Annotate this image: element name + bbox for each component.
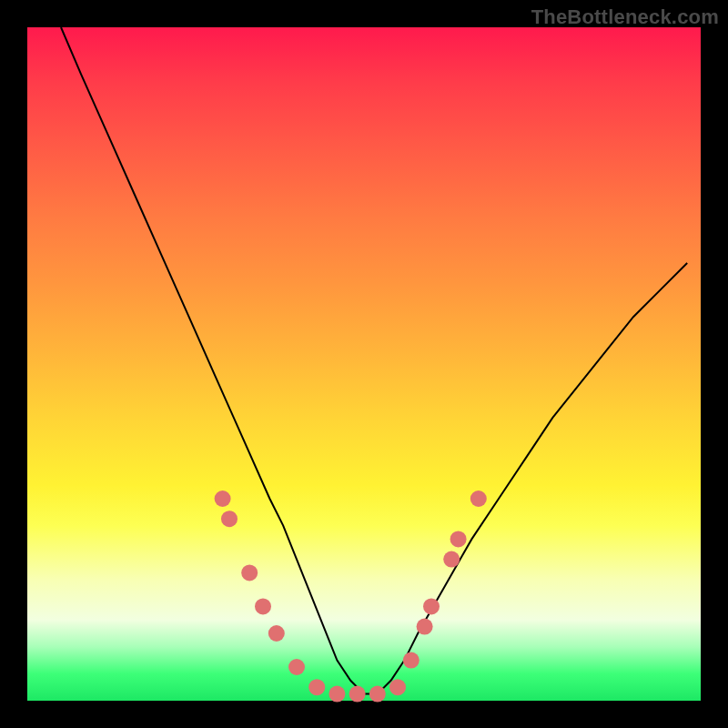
data-marker xyxy=(417,619,433,635)
data-marker xyxy=(308,679,325,695)
data-marker xyxy=(389,679,406,695)
data-marker xyxy=(221,511,238,527)
chart-frame: TheBottleneck.com xyxy=(0,0,728,728)
data-marker xyxy=(329,686,345,703)
data-marker xyxy=(443,551,460,568)
marker-group xyxy=(215,490,487,703)
data-marker xyxy=(241,564,258,581)
data-marker xyxy=(255,598,271,614)
data-marker xyxy=(369,686,386,703)
data-marker xyxy=(349,686,366,703)
data-marker xyxy=(403,652,420,669)
data-marker xyxy=(450,531,467,547)
data-marker xyxy=(215,490,231,507)
data-marker xyxy=(423,598,440,614)
data-marker xyxy=(288,659,305,675)
watermark-text: TheBottleneck.com xyxy=(531,5,719,29)
data-marker xyxy=(268,625,285,642)
data-marker xyxy=(470,490,487,507)
chart-overlay xyxy=(27,27,701,701)
bottleneck-curve xyxy=(61,27,687,694)
